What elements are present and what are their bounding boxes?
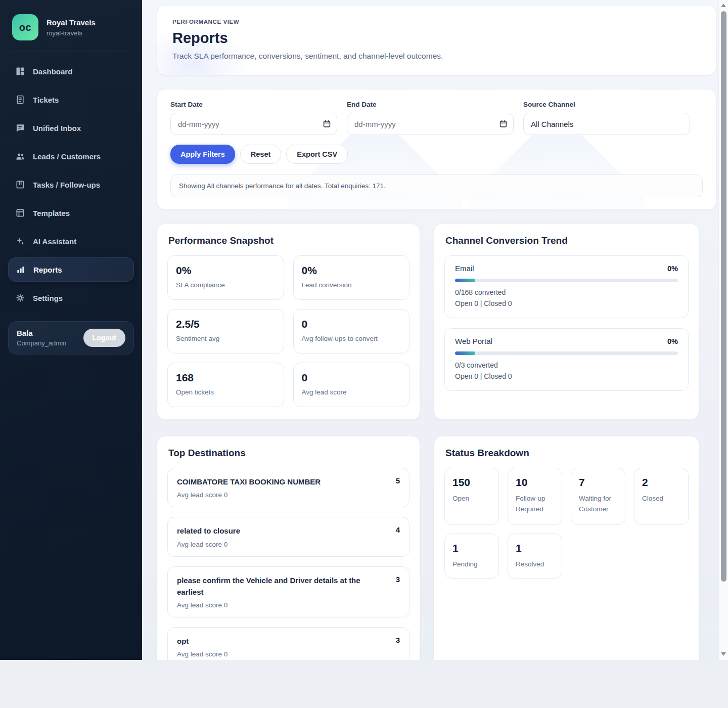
dashboard-icon [15,66,25,76]
status-value: 7 [579,476,617,489]
sidebar-item-leads-customers[interactable]: Leads / Customers [8,144,134,168]
sidebar-item-tasks-followups[interactable]: Tasks / Follow-ups [8,172,134,197]
sidebar-item-label: Reports [33,266,62,274]
templates-icon [15,208,25,218]
start-date-input[interactable] [170,113,337,135]
sidebar-item-label: Leads / Customers [33,152,101,161]
status-breakdown-title: Status Breakdown [444,448,689,459]
channel-converted: 0/3 converted [455,361,678,369]
channel-percent: 0% [667,337,678,345]
channel-name: Web Portal [455,337,492,345]
scroll-up-arrow-icon[interactable] [721,4,726,7]
destination-score: Avg lead score 0 [177,491,389,499]
stat-value: 0% [302,264,401,277]
scrollbar-thumb[interactable] [721,11,726,582]
user-role: Company_admin [17,339,66,347]
source-channel-select[interactable]: All Channels [523,113,690,135]
sidebar-nav: Dashboard Tickets Unified Inbox Leads / … [8,59,134,310]
status-label: Resolved [516,559,554,570]
logout-button[interactable]: Logout [83,329,125,347]
status-breakdown-card: Status Breakdown 150 Open 10 Follow-up R… [434,436,699,660]
sparkles-icon [15,236,25,246]
status-pending: 1 Pending [444,534,499,579]
stat-lead-conversion: 0% Lead conversion [293,255,410,300]
channel-open-closed: Open 0 | Closed 0 [455,299,678,307]
channel-progress-bar [455,279,678,282]
calendar-icon[interactable] [498,119,508,128]
users-icon [15,151,25,161]
brand-slug: royal-travels [47,29,96,37]
sidebar-item-reports[interactable]: Reports [8,257,134,282]
destination-name: please confirm the Vehicle and Driver de… [177,574,369,598]
stat-open-tickets: 168 Open tickets [167,363,284,407]
reset-button[interactable]: Reset [240,145,282,164]
sidebar-item-templates[interactable]: Templates [8,201,134,225]
tasks-icon [15,180,25,190]
apply-filters-button[interactable]: Apply Filters [170,145,235,164]
status-open: 150 Open [444,468,499,525]
channel-web-portal: Web Portal 0% 0/3 converted Open 0 | Clo… [444,328,689,391]
status-label: Open [452,494,491,504]
page-header-card: PERFORMANCE VIEW Reports Track SLA perfo… [157,5,716,75]
filters-card: Start Date End Date Source Channel All [157,89,716,210]
status-resolved: 1 Resolved [508,534,562,579]
stat-label: Avg follow-ups to convert [302,335,401,342]
start-date-label: Start Date [170,101,337,108]
vertical-scrollbar [718,0,728,660]
channel-open-closed: Open 0 | Closed 0 [455,372,678,380]
channel-progress-fill [455,279,475,282]
filters-status-text: Showing All channels performance for all… [170,174,703,197]
channel-email: Email 0% 0/168 converted Open 0 | Closed… [444,255,689,318]
main-content: PERFORMANCE VIEW Reports Track SLA perfo… [142,0,728,660]
status-followup-required: 10 Follow-up Required [508,468,562,525]
app-window: oc Royal Travels royal-travels Dashboard… [0,0,728,660]
stat-sentiment-avg: 2.5/5 Sentiment avg [167,309,284,353]
status-value: 1 [452,542,491,554]
stat-label: Lead conversion [302,281,401,289]
sidebar-item-ai-assistant[interactable]: AI Assistant [8,229,134,253]
destination-name: opt [177,635,389,647]
scroll-down-arrow-icon[interactable] [721,652,726,656]
stat-value: 2.5/5 [176,318,276,330]
destination-score: Avg lead score 0 [177,541,389,548]
start-date-field-group: Start Date [170,101,337,135]
sidebar-item-settings[interactable]: Settings [8,286,134,310]
page-eyebrow: PERFORMANCE VIEW [172,19,701,25]
channel-name: Email [455,264,474,273]
status-label: Follow-up Required [516,494,554,515]
destination-count: 5 [396,476,400,499]
status-closed: 2 Closed [634,468,689,525]
status-label: Pending [452,559,491,570]
user-name: Bala [17,329,66,337]
status-waiting-for-customer: 7 Waiting for Customer [571,468,625,525]
destination-name: COIMBATORE TAXI BOOKING NUMBER [177,476,389,488]
calendar-icon[interactable] [322,119,332,128]
sidebar-item-label: Templates [33,209,70,217]
sidebar-item-tickets[interactable]: Tickets [8,87,134,112]
sidebar-item-dashboard[interactable]: Dashboard [8,59,134,83]
end-date-input[interactable] [347,113,514,135]
export-csv-button[interactable]: Export CSV [286,145,348,164]
brand: oc Royal Travels royal-travels [8,12,134,52]
brand-logo: oc [12,14,38,40]
sidebar-item-label: Unified Inbox [33,124,81,132]
performance-snapshot-title: Performance Snapshot [167,235,410,246]
stat-sla-compliance: 0% SLA compliance [167,255,284,300]
destination-item: please confirm the Vehicle and Driver de… [167,566,410,618]
sidebar: oc Royal Travels royal-travels Dashboard… [0,0,142,660]
destination-item: opt Avg lead score 0 3 [167,627,410,660]
sidebar-item-label: Settings [33,294,63,302]
status-label: Closed [642,494,680,504]
stat-value: 0 [302,372,401,384]
brand-initials: oc [19,22,31,33]
sidebar-item-unified-inbox[interactable]: Unified Inbox [8,116,134,140]
tickets-icon [15,95,25,105]
destination-count: 4 [396,525,400,548]
status-label: Waiting for Customer [579,494,617,515]
sidebar-item-label: AI Assistant [33,237,76,246]
inbox-icon [15,123,25,133]
top-destinations-title: Top Destinations [167,448,410,459]
stat-label: Open tickets [176,388,276,396]
status-value: 1 [516,542,554,554]
bar-chart-icon [16,264,26,275]
